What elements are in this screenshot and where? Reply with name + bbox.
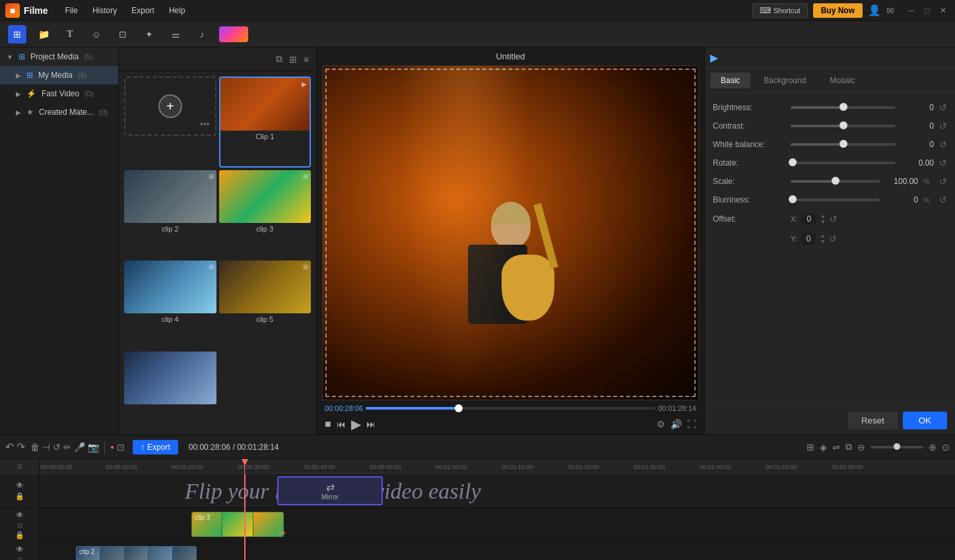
effects-button[interactable]: ✦ bbox=[140, 25, 158, 44]
media-clip1[interactable]: ▶ Clip 1 bbox=[219, 77, 312, 168]
clip2-block[interactable]: clip 2 bbox=[76, 546, 197, 560]
settings-icon[interactable]: ⚙ bbox=[657, 419, 665, 429]
contrast-slider[interactable] bbox=[791, 125, 896, 127]
offset-y-spinners[interactable]: ▲ ▼ bbox=[820, 233, 825, 245]
close-button[interactable]: ✕ bbox=[937, 4, 950, 17]
timeline-track-icon[interactable]: ⊞ bbox=[807, 442, 814, 452]
media-clip6[interactable] bbox=[124, 352, 216, 430]
stop-button[interactable]: ■ bbox=[325, 418, 331, 430]
track2-lock[interactable]: 🔒 bbox=[15, 531, 24, 540]
split-tool[interactable]: ⊣ bbox=[42, 442, 50, 452]
minimize-button[interactable]: ─ bbox=[905, 4, 918, 17]
contrast-reset[interactable]: ↺ bbox=[939, 121, 947, 131]
maximize-button[interactable]: □ bbox=[921, 4, 934, 17]
fullscreen-icon[interactable]: ⛶ bbox=[687, 419, 696, 429]
track1-lock[interactable]: 🔒 bbox=[15, 492, 24, 501]
export-button[interactable]: ↑ Export bbox=[133, 440, 178, 454]
folder-button[interactable]: 📁 bbox=[34, 25, 53, 44]
reset-button[interactable]: Reset bbox=[848, 412, 898, 429]
media-clip3[interactable]: ⊞ clip 3 bbox=[219, 170, 312, 259]
pen-tool[interactable]: ✏ bbox=[63, 442, 71, 452]
scale-slider[interactable] bbox=[791, 180, 880, 183]
text-button[interactable]: T bbox=[61, 25, 79, 44]
white-balance-slider[interactable] bbox=[791, 143, 896, 146]
media-clip4[interactable]: ⊞ clip 4 bbox=[124, 261, 216, 349]
buy-now-button[interactable]: Buy Now bbox=[813, 3, 863, 18]
grid-view-icon[interactable]: ⊞ bbox=[287, 52, 299, 67]
camera-button[interactable]: 📷 bbox=[88, 442, 99, 452]
blurriness-slider[interactable] bbox=[791, 199, 880, 201]
tab-background[interactable]: Background bbox=[753, 73, 816, 88]
white-balance-thumb[interactable] bbox=[840, 140, 847, 148]
undo-button[interactable]: ↶ bbox=[5, 441, 14, 453]
add-media-button[interactable]: + bbox=[158, 94, 182, 118]
color-gradient-button[interactable] bbox=[219, 26, 248, 42]
ok-button[interactable]: OK bbox=[903, 412, 947, 429]
mail-icon[interactable]: ✉ bbox=[886, 5, 894, 16]
sidebar-item-my-media[interactable]: ▶ ⊞ My Media (6) bbox=[0, 66, 118, 84]
tab-mosaic[interactable]: Mosaic bbox=[819, 73, 865, 88]
scissors-icon[interactable]: ✂ bbox=[279, 528, 286, 538]
rotate-reset[interactable]: ↺ bbox=[939, 158, 947, 168]
blurriness-thumb[interactable] bbox=[789, 195, 797, 203]
track2-eye[interactable]: 👁 bbox=[16, 511, 24, 520]
timeline-arrow-icon[interactable]: ⇌ bbox=[832, 442, 840, 452]
rotate-slider[interactable] bbox=[791, 162, 896, 164]
zoom-thumb[interactable] bbox=[894, 443, 900, 450]
track3-eye[interactable]: 👁 bbox=[16, 545, 24, 554]
prev-frame-button[interactable]: ⏮ bbox=[337, 419, 346, 429]
scale-reset[interactable]: ↺ bbox=[939, 176, 947, 187]
list-view-icon[interactable]: ≡ bbox=[302, 52, 311, 67]
picture-in-picture-button[interactable]: ⊡ bbox=[117, 442, 125, 452]
sidebar-item-created-mate[interactable]: ▶ ★ Created Mate... (0) bbox=[0, 103, 118, 121]
white-balance-reset[interactable]: ↺ bbox=[939, 139, 947, 150]
delete-button[interactable]: 🗑 bbox=[30, 442, 40, 452]
media-clip5[interactable]: ⊞ clip 5 bbox=[219, 261, 312, 349]
scale-thumb[interactable] bbox=[832, 177, 840, 185]
mic-button[interactable]: 🎤 bbox=[74, 442, 85, 452]
volume-icon[interactable]: 🔊 bbox=[671, 419, 682, 429]
offset-x-reset[interactable]: ↺ bbox=[830, 214, 838, 224]
user-icon[interactable]: 👤 bbox=[868, 4, 881, 16]
menu-history[interactable]: History bbox=[86, 3, 123, 18]
rotate-thumb[interactable] bbox=[789, 158, 797, 166]
menu-help[interactable]: Help bbox=[162, 3, 192, 18]
tab-basic[interactable]: Basic bbox=[710, 73, 750, 88]
menu-export[interactable]: Export bbox=[125, 3, 161, 18]
media-add-item[interactable]: + ••• bbox=[124, 77, 216, 136]
timeline-marker-icon[interactable]: ◈ bbox=[820, 442, 827, 452]
filter-button[interactable]: ⊡ bbox=[114, 25, 132, 44]
emoji-button[interactable]: ☺ bbox=[87, 25, 106, 44]
more-options-icon[interactable]: ••• bbox=[200, 119, 210, 129]
offset-y-reset[interactable]: ↺ bbox=[829, 233, 837, 244]
timeline-magnet-icon[interactable]: ⧉ bbox=[845, 441, 852, 452]
layers-icon[interactable]: ⧉ bbox=[274, 51, 284, 67]
progress-bar[interactable] bbox=[366, 407, 655, 410]
sidebar-item-fast-video[interactable]: ▶ ⚡ Fast Video (0) bbox=[0, 84, 118, 103]
next-frame-button[interactable]: ⏭ bbox=[366, 419, 376, 429]
menu-file[interactable]: File bbox=[59, 3, 84, 18]
timeline-fit-icon[interactable]: ⊙ bbox=[942, 442, 950, 452]
play-button[interactable]: ▶ bbox=[351, 416, 361, 432]
timeline-minus-icon[interactable]: ⊖ bbox=[857, 442, 865, 452]
mirror-clip[interactable]: ⇄ Mirror bbox=[277, 476, 383, 505]
contrast-thumb[interactable] bbox=[840, 121, 847, 129]
media-clip2[interactable]: ⊞ clip 2 bbox=[124, 170, 216, 259]
timeline-menu-icon[interactable]: ≡ bbox=[0, 459, 39, 474]
sidebar-item-project-media[interactable]: ▼ ⊞ Project Media (5) bbox=[0, 47, 118, 66]
clip3-block[interactable]: clip 3 bbox=[191, 512, 284, 537]
shortcut-button[interactable]: ⌨ Shortcut bbox=[752, 3, 808, 18]
media-button[interactable]: ⊞ bbox=[8, 25, 26, 44]
brightness-thumb[interactable] bbox=[840, 103, 847, 111]
redo-button[interactable]: ↷ bbox=[16, 441, 25, 453]
progress-thumb[interactable] bbox=[455, 404, 463, 412]
timeline-plus-icon[interactable]: ⊕ bbox=[929, 442, 937, 452]
redo-tool[interactable]: ↺ bbox=[53, 442, 61, 452]
split-button[interactable]: ⚌ bbox=[166, 25, 185, 44]
brightness-reset[interactable]: ↺ bbox=[939, 102, 947, 113]
zoom-slider[interactable] bbox=[871, 446, 923, 449]
blurriness-reset[interactable]: ↺ bbox=[939, 195, 947, 205]
offset-x-spinners[interactable]: ▲ ▼ bbox=[820, 214, 826, 225]
track1-eye[interactable]: 👁 bbox=[16, 481, 24, 490]
brightness-slider[interactable] bbox=[791, 106, 896, 109]
